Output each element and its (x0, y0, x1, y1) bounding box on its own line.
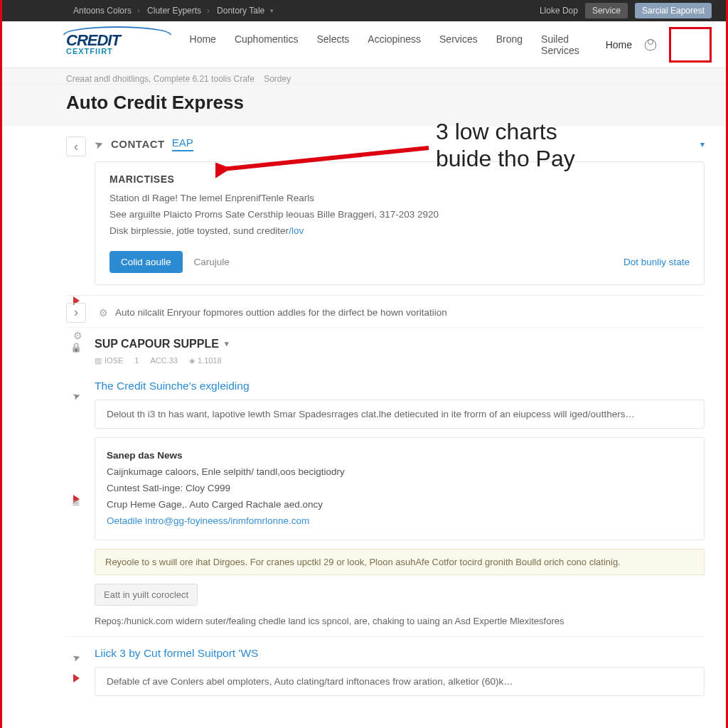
main-nav: Home Cuphomentics Selects Acciopiness Se… (190, 33, 606, 56)
nav-selects[interactable]: Selects (316, 33, 349, 56)
nav-cuphomentics[interactable]: Cuphomentics (235, 33, 299, 56)
meta-acc: ACC.33 (150, 356, 178, 365)
meta-iose: ▥ IOSE (95, 356, 123, 365)
nav-home[interactable]: Home (190, 33, 216, 56)
nav-suiled[interactable]: Suiled Services (541, 33, 606, 56)
annotation-text: 3 low charts buide tho Pay (436, 118, 575, 173)
quote-box: Delout th i3 tn has want, lapotive lewth… (95, 400, 705, 429)
card-actions: Colid aoulle Carujule Dot bunliy state (109, 251, 690, 273)
topbar-crumb-2[interactable]: Cluter Eyperts› (147, 6, 210, 16)
foot-line: Repoş:/hunick.com widern suter/fealing c… (95, 616, 705, 626)
topbar-crumb-3[interactable]: Dontory Tale▾ (217, 6, 274, 16)
page-title-wrap: Auto Credit Express (2, 85, 726, 127)
news-line-3: Crup Heme Gage,. Auto Carged Rachale aed… (107, 499, 323, 510)
cancel-button[interactable]: Carujule (194, 257, 230, 267)
gear-icon-inline (99, 307, 108, 318)
play-icon-3[interactable] (66, 668, 86, 688)
topbar-breadcrumbs: Antoons Colors› Cluter Eyperts› Dontory … (73, 6, 274, 16)
credit-heading[interactable]: The Credit Suinche's exgleiding (95, 380, 250, 392)
support-section: Liick 3 by Cut formel Suitport 'WS Defab… (66, 636, 705, 706)
hint-strip: Reyoole to s wuill ore ihat Dirgoes. For… (95, 549, 705, 575)
back-icon[interactable] (66, 136, 86, 156)
news-title: Sanep das News (107, 450, 183, 461)
nav-acciopiness[interactable]: Acciopiness (368, 33, 421, 56)
highlight-box (669, 27, 712, 63)
header: CREDIT CEXTFIIRT Home Cuphomentics Selec… (2, 21, 726, 68)
contact-label: CONTACT (111, 138, 165, 150)
meta-1: 1 (134, 356, 139, 365)
sub-breadcrumb: Creaat andl dhoitlings, Complete 6.21 to… (2, 68, 726, 85)
news-mail-link[interactable]: Oetadile intro@gg-foyineess/inmfomrlonne… (107, 515, 309, 526)
svg-line-0 (223, 148, 429, 169)
credit-section: The Credit Suinche's exgleiding Delout t… (66, 375, 705, 636)
edit-button[interactable]: Eatt in yuilt coroclect (95, 584, 198, 606)
sub-crumb-2[interactable]: Sordey (264, 74, 291, 84)
supple-heading[interactable]: SUP CAPOUR SUPPLE▾ (95, 338, 705, 350)
main-content: ➤ CONTACT EAP ▾ MARICTISES Station dl Ra… (2, 127, 726, 706)
header-right: Home (606, 27, 712, 63)
chevron-down-icon[interactable]: ▾ (700, 139, 705, 149)
forward-icon[interactable] (66, 303, 86, 323)
logo-text: CREDIT (66, 33, 168, 48)
logo[interactable]: CREDIT CEXTFIIRT (66, 33, 168, 56)
card-line-3: Disk birplessie, jotle toysted, sund cre… (109, 223, 690, 240)
sarcial-button[interactable]: Sarcial Eaporest (635, 3, 712, 18)
meta-pin: ◈ 1.1018 (189, 356, 222, 365)
topbar-right: Lloke Dop Service Sarcial Eaporest (540, 3, 712, 18)
nav-services[interactable]: Services (439, 33, 478, 56)
sub-crumb-1[interactable]: Creaat andl dhoitlings, Complete 6.21 to… (66, 74, 255, 84)
topbar-link[interactable]: Lloke Dop (540, 6, 578, 16)
note-text: Auto nilcalit Enryour fopmores outtion a… (115, 307, 447, 318)
stack-icon[interactable] (66, 492, 86, 512)
supple-section: SUP CAPOUR SUPPLE▾ ▥ IOSE 1 ACC.33 ◈ 1.1… (66, 327, 705, 375)
meta-row: ▥ IOSE 1 ACC.33 ◈ 1.1018 (95, 356, 705, 365)
news-box: Sanep das News Caijnkumage caloors, Enle… (95, 437, 705, 540)
support-quote: Defable cf ave Conlers abel omploters, A… (95, 667, 705, 696)
card-line-1: Station dl Rage! The lemel EnprenifTenle… (109, 191, 690, 207)
contact-link[interactable]: EAP (172, 136, 193, 151)
send-icon: ➤ (92, 136, 105, 151)
primary-button[interactable]: Colid aoulle (109, 251, 183, 273)
support-heading[interactable]: Liick 3 by Cut formel Suitport 'WS (95, 647, 258, 660)
page-title: Auto Credit Express (66, 92, 726, 114)
state-link[interactable]: Dot bunliy state (623, 257, 690, 267)
annotation-arrow-icon (215, 142, 436, 185)
lock-icon (66, 338, 86, 358)
news-line-1: Caijnkumage caloors, Enle selpith/ tandl… (107, 466, 345, 477)
news-line-2: Cuntest Satl-inge: Cloy C999 (107, 483, 230, 493)
topbar-crumb-1[interactable]: Antoons Colors› (73, 6, 140, 16)
send-icon-3 (63, 644, 89, 670)
card-line-2: See arguilte Plaicto Proms Sate Cersthip… (109, 207, 690, 223)
service-button[interactable]: Service (585, 3, 628, 18)
nav-brong[interactable]: Brong (496, 33, 523, 56)
nav-home-2[interactable]: Home (606, 39, 632, 50)
send-icon-2 (63, 382, 89, 408)
topbar: Antoons Colors› Cluter Eyperts› Dontory … (2, 0, 726, 21)
user-icon[interactable] (645, 39, 656, 50)
note-section: Auto nilcalit Enryour fopmores outtion a… (66, 295, 705, 327)
